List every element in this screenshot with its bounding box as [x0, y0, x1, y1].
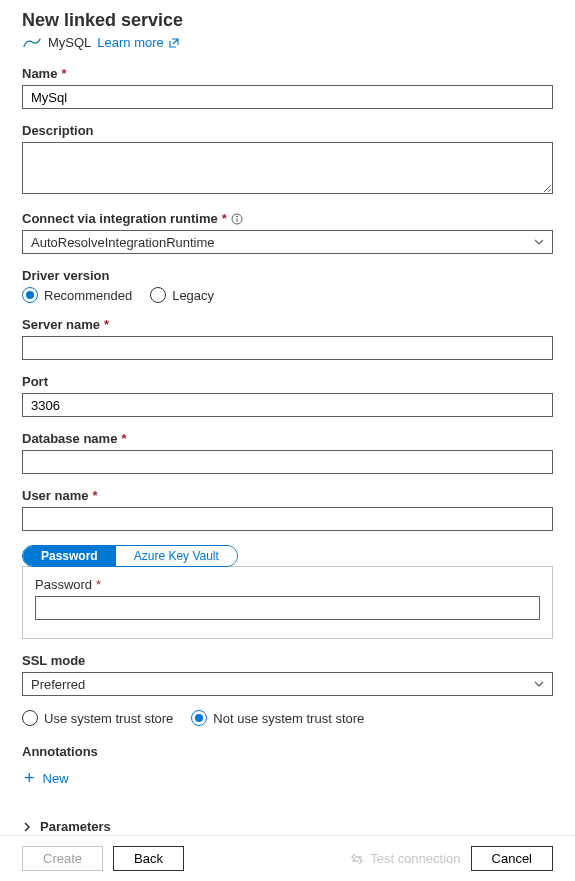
test-connection-icon [350, 852, 364, 866]
ssl-label: SSL mode [22, 653, 553, 668]
username-input[interactable] [22, 507, 553, 531]
chevron-right-icon [22, 822, 32, 832]
server-label: Server name* [22, 317, 553, 332]
svg-point-2 [236, 216, 237, 217]
driver-recommended-radio[interactable]: Recommended [22, 287, 132, 303]
ssl-value: Preferred [31, 677, 85, 692]
chevron-down-icon [534, 237, 544, 247]
mysql-icon [22, 37, 42, 49]
cancel-button[interactable]: Cancel [471, 846, 553, 871]
radio-dot-icon [22, 710, 38, 726]
radio-dot-icon [150, 287, 166, 303]
runtime-label: Connect via integration runtime* [22, 211, 553, 226]
plus-icon: + [24, 769, 35, 787]
footer: Create Back Test connection Cancel [0, 835, 575, 881]
name-input[interactable] [22, 85, 553, 109]
chevron-down-icon [534, 679, 544, 689]
name-label: Name* [22, 66, 553, 81]
runtime-select[interactable]: AutoResolveIntegrationRuntime [22, 230, 553, 254]
tab-password[interactable]: Password [23, 546, 116, 566]
description-label: Description [22, 123, 553, 138]
driver-recommended-label: Recommended [44, 288, 132, 303]
trust-notuse-label: Not use system trust store [213, 711, 364, 726]
parameters-toggle[interactable]: Parameters [22, 819, 553, 834]
add-annotation-button[interactable]: + New [22, 765, 71, 791]
connector-name: MySQL [48, 35, 91, 50]
new-label: New [43, 771, 69, 786]
port-label: Port [22, 374, 553, 389]
tab-keyvault[interactable]: Azure Key Vault [116, 546, 237, 566]
page-title: New linked service [22, 10, 553, 31]
radio-dot-icon [22, 287, 38, 303]
back-button[interactable]: Back [113, 846, 184, 871]
subheader: MySQL Learn more [22, 35, 553, 50]
learn-more-link[interactable]: Learn more [97, 35, 179, 50]
database-label: Database name* [22, 431, 553, 446]
driver-label: Driver version [22, 268, 553, 283]
ssl-select[interactable]: Preferred [22, 672, 553, 696]
driver-legacy-radio[interactable]: Legacy [150, 287, 214, 303]
description-input[interactable] [22, 142, 553, 194]
external-link-icon [168, 37, 180, 49]
username-label: User name* [22, 488, 553, 503]
port-input[interactable] [22, 393, 553, 417]
password-panel: Password* [22, 566, 553, 639]
trust-notuse-radio[interactable]: Not use system trust store [191, 710, 364, 726]
annotations-title: Annotations [22, 744, 553, 759]
password-label: Password* [35, 577, 540, 592]
create-button[interactable]: Create [22, 846, 103, 871]
learn-more-label: Learn more [97, 35, 163, 50]
radio-dot-icon [191, 710, 207, 726]
auth-tabs: Password Azure Key Vault [22, 545, 238, 567]
server-input[interactable] [22, 336, 553, 360]
runtime-value: AutoResolveIntegrationRuntime [31, 235, 215, 250]
driver-legacy-label: Legacy [172, 288, 214, 303]
password-input[interactable] [35, 596, 540, 620]
test-connection-label: Test connection [370, 851, 460, 866]
database-input[interactable] [22, 450, 553, 474]
parameters-title: Parameters [40, 819, 111, 834]
test-connection-button[interactable]: Test connection [350, 851, 460, 866]
info-icon [231, 213, 243, 225]
trust-use-label: Use system trust store [44, 711, 173, 726]
trust-use-radio[interactable]: Use system trust store [22, 710, 173, 726]
